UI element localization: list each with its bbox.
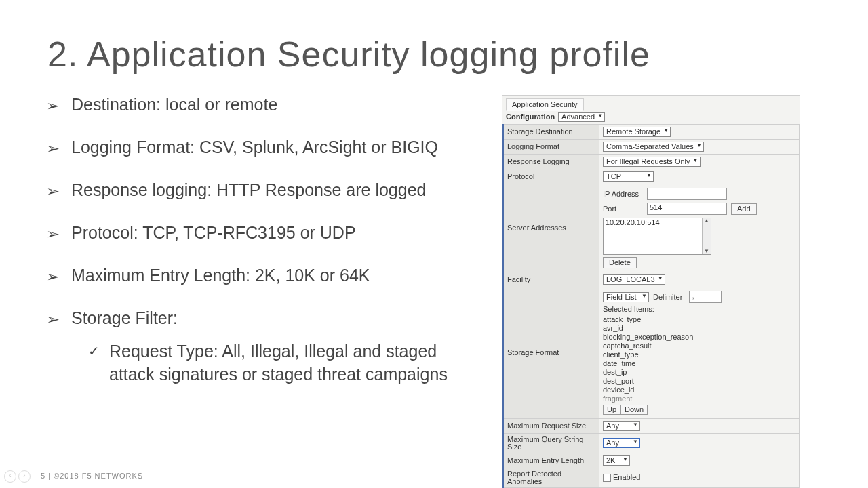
bullet-icon: ➢ bbox=[46, 140, 60, 157]
sub-bullet: ✓Request Type: All, Illegal, Illegal and… bbox=[88, 340, 481, 386]
storage-destination-label: Storage Destination bbox=[503, 125, 599, 140]
bullet-text: Destination: local or remote bbox=[71, 95, 277, 115]
bullet-text: Response logging: HTTP Response are logg… bbox=[71, 180, 426, 200]
anomalies-checkbox-label: Enabled bbox=[613, 473, 640, 481]
selected-items-label: Selected Items: bbox=[603, 306, 793, 313]
response-logging-label: Response Logging bbox=[503, 155, 599, 169]
list-item[interactable]: dest_port bbox=[603, 377, 795, 386]
facility-label: Facility bbox=[503, 272, 599, 287]
up-button[interactable]: Up bbox=[603, 405, 620, 415]
ip-address-label: IP Address bbox=[603, 190, 640, 198]
logging-format-label: Logging Format bbox=[503, 140, 599, 155]
configuration-label: Configuration bbox=[506, 113, 555, 121]
footer-text: 5 | ©2018 F5 NETWORKS bbox=[41, 472, 143, 480]
list-item[interactable]: blocking_exception_reason bbox=[603, 332, 795, 341]
list-item[interactable]: client_type bbox=[603, 350, 795, 359]
port-label: Port bbox=[603, 205, 640, 213]
bullet-text: Logging Format: CSV, Splunk, ArcSight or… bbox=[71, 138, 438, 157]
bullet-icon: ➢ bbox=[46, 98, 60, 114]
protocol-label: Protocol bbox=[503, 169, 599, 184]
bullet-icon: ➢ bbox=[46, 311, 60, 327]
slide-nav: ‹ › bbox=[4, 470, 31, 483]
delete-button[interactable]: Delete bbox=[603, 257, 637, 268]
bullet: ➢Maximum Entry Length: 2K, 10K or 64K bbox=[47, 266, 481, 285]
scrollbar[interactable] bbox=[702, 218, 711, 254]
bullet: ➢Response logging: HTTP Response are log… bbox=[47, 180, 481, 200]
slide-title: 2. Application Security logging profile bbox=[47, 34, 821, 75]
config-panel: Application Security Configuration Advan… bbox=[502, 95, 800, 438]
bullet-text: Storage Filter: bbox=[71, 308, 178, 328]
max-request-size-select[interactable]: Any bbox=[603, 421, 640, 431]
bullet-list: ➢Destination: local or remote ➢Logging F… bbox=[47, 95, 481, 438]
list-item[interactable]: fragment bbox=[603, 394, 795, 403]
bullet-icon: ➢ bbox=[46, 183, 60, 199]
list-item[interactable]: device_id bbox=[603, 386, 795, 394]
list-item[interactable]: captcha_result bbox=[603, 341, 795, 350]
bullet-text: Maximum Entry Length: 2K, 10K or 64K bbox=[71, 266, 370, 285]
max-request-size-label: Maximum Request Size bbox=[503, 418, 599, 433]
next-slide-icon[interactable]: › bbox=[18, 470, 31, 483]
list-item[interactable]: attack_type bbox=[603, 314, 795, 323]
storage-format-label: Storage Format bbox=[503, 287, 599, 419]
bullet: ➢Destination: local or remote bbox=[47, 95, 481, 115]
list-item[interactable]: avr_id bbox=[603, 323, 795, 332]
delimiter-label: Delimiter bbox=[653, 293, 682, 301]
bullet-icon: ➢ bbox=[46, 226, 60, 242]
list-item[interactable]: date_time bbox=[603, 359, 795, 367]
logging-format-select[interactable]: Comma-Separated Values bbox=[603, 142, 704, 152]
list-item[interactable]: dest_ip bbox=[603, 368, 795, 377]
storage-format-mode-select[interactable]: Field-List bbox=[603, 292, 649, 302]
bullet: ➢Storage Filter: bbox=[47, 308, 481, 328]
down-button[interactable]: Down bbox=[620, 405, 648, 415]
server-addresses-label: Server Addresses bbox=[503, 184, 599, 272]
protocol-select[interactable]: TCP bbox=[603, 171, 654, 182]
tab-application-security[interactable]: Application Security bbox=[506, 98, 584, 111]
configuration-select[interactable]: Advanced bbox=[558, 112, 605, 122]
storage-destination-select[interactable]: Remote Storage bbox=[603, 127, 671, 137]
anomalies-checkbox[interactable] bbox=[603, 474, 611, 482]
bullet: ➢Protocol: TCP, TCP-RFC3195 or UDP bbox=[47, 223, 481, 243]
selected-items-list[interactable]: attack_type avr_id blocking_exception_re… bbox=[603, 314, 795, 403]
port-input[interactable]: 514 bbox=[647, 203, 727, 215]
bullet-icon: ➢ bbox=[46, 268, 60, 285]
max-entry-length-select[interactable]: 2K bbox=[603, 455, 630, 466]
sub-bullet-text: Request Type: All, Illegal, Illegal and … bbox=[109, 340, 481, 386]
bullet-text: Protocol: TCP, TCP-RFC3195 or UDP bbox=[71, 223, 356, 243]
prev-slide-icon[interactable]: ‹ bbox=[4, 470, 16, 483]
anomalies-label: Report Detected Anomalies bbox=[503, 468, 599, 487]
add-button[interactable]: Add bbox=[731, 203, 757, 215]
server-address-entry[interactable]: 10.20.20.10:514 bbox=[606, 219, 709, 226]
server-addresses-list[interactable]: 10.20.20.10:514 bbox=[603, 218, 711, 255]
response-logging-select[interactable]: For Illegal Requests Only bbox=[603, 157, 701, 167]
ip-address-input[interactable] bbox=[647, 188, 727, 200]
max-query-size-select[interactable]: Any bbox=[603, 438, 640, 448]
check-icon: ✓ bbox=[88, 342, 100, 361]
bullet: ➢Logging Format: CSV, Splunk, ArcSight o… bbox=[47, 138, 481, 157]
delimiter-input[interactable]: , bbox=[689, 291, 722, 303]
max-query-size-label: Maximum Query String Size bbox=[503, 433, 599, 453]
facility-select[interactable]: LOG_LOCAL3 bbox=[603, 274, 665, 285]
max-entry-length-label: Maximum Entry Length bbox=[503, 453, 599, 468]
